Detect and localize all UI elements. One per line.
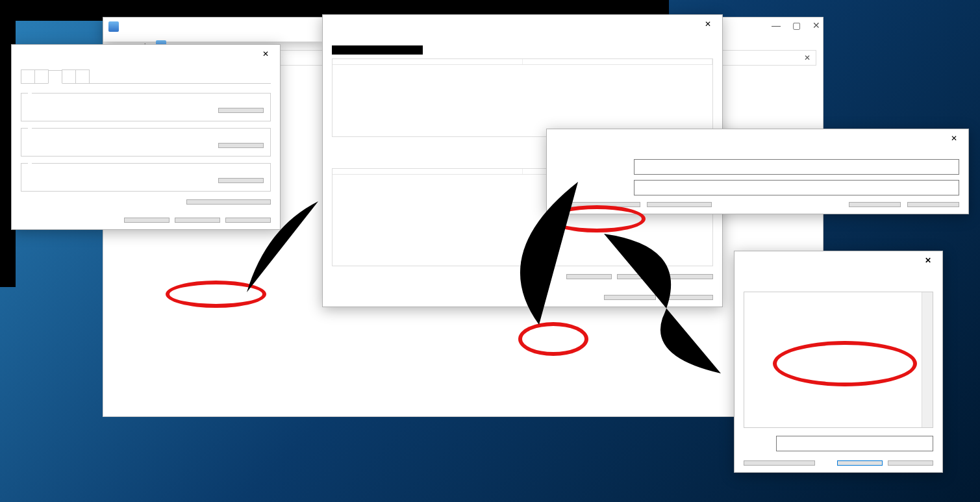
col-value[interactable]: [523, 59, 713, 64]
cancel-button[interactable]: [907, 202, 959, 207]
folder-tree[interactable]: [744, 292, 933, 428]
system-properties-window: ✕: [11, 44, 281, 230]
tab-advanced[interactable]: [48, 70, 62, 84]
sysprops-tabs: [21, 69, 271, 84]
system-new-button[interactable]: [566, 274, 612, 279]
variable-name-input[interactable]: [634, 159, 959, 175]
tab-remote[interactable]: [75, 69, 90, 83]
redacted-username: [332, 45, 423, 55]
cancel-button[interactable]: [661, 295, 713, 300]
browse-for-folder-window: ✕: [734, 251, 943, 473]
new-system-variable-window: ✕: [546, 129, 969, 214]
ok-button[interactable]: [124, 218, 170, 223]
control-panel-icon: [108, 21, 119, 32]
tab-computer-name[interactable]: [21, 69, 35, 83]
system-edit-button[interactable]: [617, 274, 662, 279]
minimize-icon[interactable]: —: [772, 20, 781, 31]
tree-scrollbar[interactable]: [922, 292, 933, 427]
user-profiles-settings-button[interactable]: [218, 143, 264, 148]
close-icon[interactable]: ✕: [257, 49, 275, 58]
close-icon[interactable]: ✕: [945, 134, 963, 143]
address-clear-icon[interactable]: ✕: [804, 53, 810, 62]
close-icon[interactable]: ✕: [699, 19, 717, 29]
browse-file-button[interactable]: [647, 202, 712, 207]
environment-variables-button[interactable]: [186, 199, 271, 205]
startup-group: [21, 163, 271, 192]
tab-hardware[interactable]: [34, 69, 49, 83]
ok-button[interactable]: [849, 202, 901, 207]
system-delete-button[interactable]: [668, 274, 713, 279]
tab-system-protection[interactable]: [62, 69, 76, 83]
maximize-icon[interactable]: ▢: [792, 20, 801, 31]
close-icon[interactable]: ✕: [812, 20, 820, 31]
cancel-button[interactable]: [175, 218, 220, 223]
browse-directory-button[interactable]: [556, 202, 640, 207]
user-profiles-group: [21, 128, 271, 157]
variable-value-input[interactable]: [634, 180, 959, 195]
performance-settings-button[interactable]: [218, 108, 264, 113]
performance-group: [21, 93, 271, 121]
close-icon[interactable]: ✕: [919, 256, 937, 265]
user-vars-table[interactable]: [332, 58, 713, 137]
ok-button[interactable]: [837, 460, 883, 466]
startup-settings-button[interactable]: [218, 178, 264, 183]
cancel-button[interactable]: [888, 460, 933, 466]
folder-input[interactable]: [776, 436, 933, 451]
apply-button[interactable]: [225, 218, 271, 223]
ok-button[interactable]: [604, 295, 656, 300]
make-new-folder-button[interactable]: [744, 460, 815, 466]
col-variable[interactable]: [333, 169, 523, 174]
col-variable[interactable]: [333, 59, 523, 64]
